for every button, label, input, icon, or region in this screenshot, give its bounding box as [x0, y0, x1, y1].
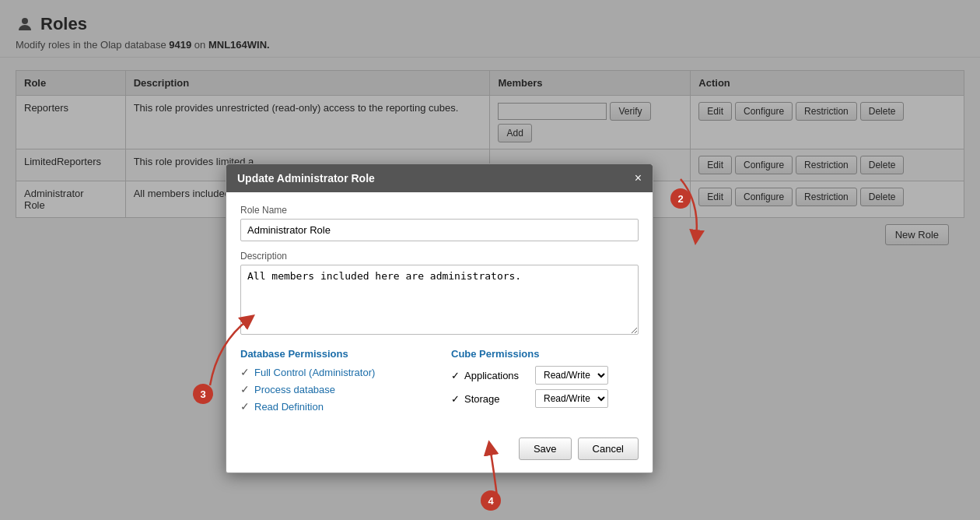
- update-role-modal: Update Administrator Role × Role Name De…: [226, 163, 653, 473]
- check-icon: ✓: [451, 370, 460, 381]
- storage-select[interactable]: Read/Write Read None: [535, 389, 608, 408]
- cube-perm-row: ✓ Storage Read/Write Read None: [451, 389, 639, 408]
- cube-perm-row: ✓ Applications Read/Write Read None: [451, 366, 639, 385]
- check-icon: ✓: [451, 393, 460, 405]
- cancel-button[interactable]: Cancel: [578, 437, 639, 460]
- description-label: Description: [240, 251, 639, 262]
- role-name-group: Role Name: [240, 205, 639, 241]
- db-permissions-title: Database Permissions: [240, 348, 428, 360]
- role-name-input[interactable]: [240, 219, 639, 241]
- applications-select[interactable]: Read/Write Read None: [535, 366, 608, 385]
- cube-label-storage: Storage: [464, 393, 500, 405]
- modal-body: Role Name Description All members includ…: [226, 192, 653, 430]
- permissions-section: Database Permissions ✓ Full Control (Adm…: [240, 348, 639, 417]
- db-perm-row: ✓ Full Control (Administrator): [240, 366, 428, 378]
- modal-footer: Save Cancel: [226, 430, 653, 473]
- check-icon: ✓: [240, 383, 250, 395]
- process-db-link[interactable]: Process database: [254, 384, 335, 395]
- full-control-link[interactable]: Full Control (Administrator): [254, 367, 375, 378]
- check-icon: ✓: [240, 366, 250, 378]
- role-name-label: Role Name: [240, 205, 639, 216]
- page-container: Roles Modify roles in the Olap database …: [0, 0, 980, 520]
- step-badge-4: 4: [481, 490, 501, 511]
- cube-label-applications: Applications: [464, 370, 519, 381]
- modal-close-button[interactable]: ×: [635, 172, 642, 184]
- step-badge-3: 3: [193, 384, 213, 404]
- read-definition-link[interactable]: Read Definition: [254, 401, 324, 413]
- check-icon: ✓: [240, 400, 250, 413]
- description-group: Description All members included here ar…: [240, 251, 639, 337]
- db-perm-row: ✓ Read Definition: [240, 400, 428, 413]
- cube-permissions-col: Cube Permissions ✓ Applications Read/Wri…: [451, 348, 639, 417]
- db-permissions-col: Database Permissions ✓ Full Control (Adm…: [240, 348, 428, 417]
- description-textarea[interactable]: All members included here are administra…: [240, 265, 639, 335]
- save-button[interactable]: Save: [519, 437, 572, 460]
- modal-header: Update Administrator Role ×: [226, 164, 653, 192]
- db-perm-row: ✓ Process database: [240, 383, 428, 395]
- modal-title: Update Administrator Role: [237, 172, 375, 184]
- cube-permissions-title: Cube Permissions: [451, 348, 639, 360]
- step-badge-2: 2: [670, 188, 691, 209]
